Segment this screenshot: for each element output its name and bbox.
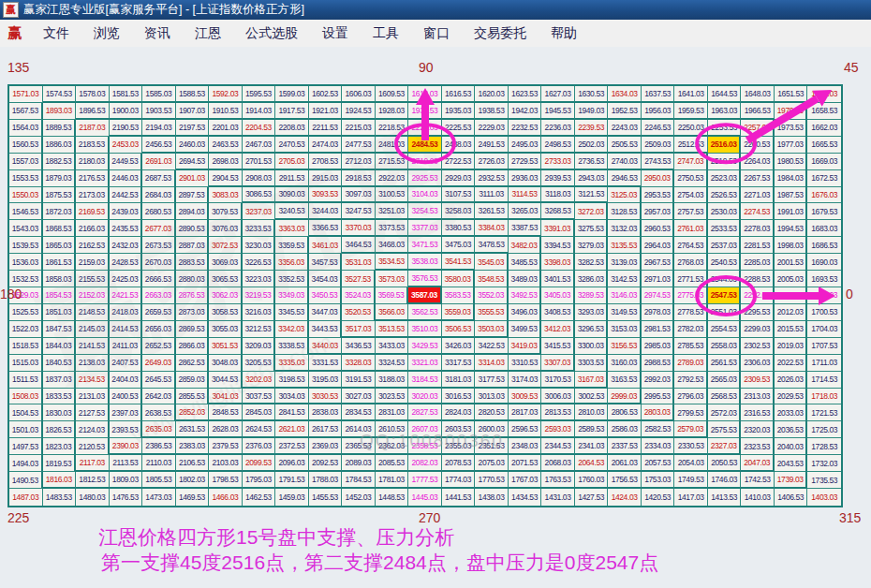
grid-cell[interactable]: 1648.03 [741,86,775,103]
grid-cell[interactable]: 1907.03 [176,103,210,120]
grid-cell[interactable]: 3111.03 [475,187,509,204]
grid-cell[interactable]: 1473.03 [142,489,176,506]
grid-cell[interactable]: 2565.03 [708,372,742,389]
grid-cell[interactable]: 3160.03 [608,355,642,372]
grid-cell[interactable]: 3048.03 [209,355,243,372]
menu-item-5[interactable]: 设置 [310,20,361,47]
grid-cell[interactable]: 3062.03 [209,287,243,304]
grid-cell[interactable]: 3251.03 [376,203,409,220]
grid-cell[interactable]: 2341.03 [575,438,609,455]
grid-cell[interactable]: 2610.53 [376,421,409,438]
grid-cell[interactable]: 1644.53 [708,86,742,103]
grid-cell[interactable]: 1994.53 [775,220,808,237]
grid-cell[interactable]: 1574.53 [43,86,77,103]
grid-cell[interactable]: 2180.03 [76,154,110,170]
grid-cell[interactable]: 3583.53 [442,287,476,304]
grid-cell[interactable]: 2477.53 [342,137,376,154]
grid-cell[interactable]: 2323.53 [741,438,775,455]
grid-cell[interactable]: 1557.03 [9,154,43,170]
grid-cell[interactable]: 2575.53 [708,421,742,438]
grid-cell[interactable]: 3002.53 [575,389,609,405]
grid-cell[interactable]: 1826.53 [43,421,77,438]
grid-cell[interactable]: 3349.03 [275,287,309,304]
grid-cell[interactable]: 2131.03 [76,389,110,405]
grid-cell[interactable]: 2915.03 [309,170,343,187]
grid-cell[interactable]: 1770.53 [475,472,509,489]
grid-cell[interactable]: 2971.03 [642,271,675,287]
grid-cell[interactable]: 1949.03 [575,103,609,120]
grid-cell[interactable]: 2579.03 [674,421,708,438]
grid-cell[interactable]: 2047.03 [741,455,775,472]
grid-cell[interactable]: 2992.03 [642,372,675,389]
grid-cell[interactable]: 2943.03 [575,170,609,187]
grid-cell[interactable]: 2750.53 [674,170,708,187]
grid-cell[interactable]: 3314.03 [475,355,509,372]
grid-cell[interactable]: 1581.53 [110,86,143,103]
grid-cell[interactable]: 3107.53 [442,187,476,204]
grid-cell[interactable]: 2246.53 [642,120,675,137]
grid-cell[interactable]: 1966.53 [741,103,775,120]
grid-cell[interactable]: 3398.03 [541,254,575,271]
grid-cell[interactable]: 2491.53 [475,137,509,154]
grid-cell[interactable]: 3006.03 [541,389,575,405]
grid-cell[interactable]: 2845.03 [243,404,276,421]
grid-cell[interactable]: 3531.03 [342,254,376,271]
menu-item-0[interactable]: 文件 [31,20,81,47]
grid-cell[interactable]: 2313.03 [741,389,775,405]
grid-cell[interactable]: 3044.53 [209,372,243,389]
grid-cell[interactable]: 2376.03 [243,438,276,455]
grid-cell[interactable]: 1564.03 [9,120,43,137]
menu-item-3[interactable]: 江恩 [183,20,233,47]
grid-cell[interactable]: 2631.53 [176,421,210,438]
grid-cell[interactable]: 1714.53 [807,372,841,389]
grid-cell[interactable]: 3069.03 [209,254,243,271]
grid-cell[interactable]: 2033.03 [775,404,808,421]
grid-cell[interactable]: 3268.53 [541,203,575,220]
grid-cell[interactable]: 2964.03 [642,237,675,254]
grid-cell[interactable]: 1865.03 [43,237,77,254]
grid-cell[interactable]: 2295.53 [741,304,775,321]
grid-cell[interactable]: 2078.53 [442,455,476,472]
grid-cell[interactable]: 2484.53 [408,137,442,154]
grid-cell[interactable]: 3492.53 [509,287,542,304]
grid-cell[interactable]: 2687.53 [142,170,176,187]
grid-cell[interactable]: 3188.03 [376,372,409,389]
grid-cell[interactable]: 2768.03 [674,254,708,271]
grid-cell[interactable]: 2190.53 [110,120,143,137]
grid-cell[interactable]: 3272.03 [575,203,609,220]
grid-cell[interactable]: 2589.53 [575,421,609,438]
grid-cell[interactable]: 2008.53 [775,287,808,304]
grid-cell[interactable]: 2442.53 [110,187,143,204]
grid-cell[interactable]: 1427.53 [575,489,609,506]
grid-cell[interactable]: 2953.53 [642,187,675,204]
grid-cell[interactable]: 1868.53 [43,220,77,237]
grid-cell[interactable]: 3079.53 [209,203,243,220]
grid-cell[interactable]: 3219.53 [243,287,276,304]
grid-cell[interactable]: 2096.03 [275,455,309,472]
grid-cell[interactable]: 1763.53 [541,472,575,489]
grid-cell[interactable]: 1700.53 [807,304,841,321]
grid-cell[interactable]: 2813.53 [541,404,575,421]
grid-cell[interactable]: 1448.53 [376,489,409,506]
grid-cell[interactable]: 3230.03 [243,237,276,254]
grid-cell[interactable]: 3345.53 [275,304,309,321]
grid-cell[interactable]: 3072.53 [209,237,243,254]
grid-cell[interactable]: 2316.53 [741,404,775,421]
grid-cell[interactable]: 2708.53 [309,154,343,170]
grid-cell[interactable]: 3478.53 [475,237,509,254]
grid-cell[interactable]: 1508.03 [9,389,43,405]
grid-cell[interactable]: 2509.03 [642,137,675,154]
grid-cell[interactable]: 3293.03 [575,304,609,321]
grid-cell[interactable]: 1672.53 [807,170,841,187]
grid-cell[interactable]: 2211.53 [309,120,343,137]
grid-cell[interactable]: 2652.53 [142,338,176,355]
grid-cell[interactable]: 3566.03 [376,304,409,321]
grid-cell[interactable]: 2204.53 [243,120,276,137]
grid-cell[interactable]: 2673.53 [142,237,176,254]
grid-cell[interactable]: 2628.03 [209,421,243,438]
grid-cell[interactable]: 2474.03 [309,137,343,154]
grid-cell[interactable]: 2621.03 [275,421,309,438]
grid-cell[interactable]: 3184.53 [408,372,442,389]
grid-cell[interactable]: 3090.03 [275,187,309,204]
grid-cell[interactable]: 1676.03 [807,187,841,204]
